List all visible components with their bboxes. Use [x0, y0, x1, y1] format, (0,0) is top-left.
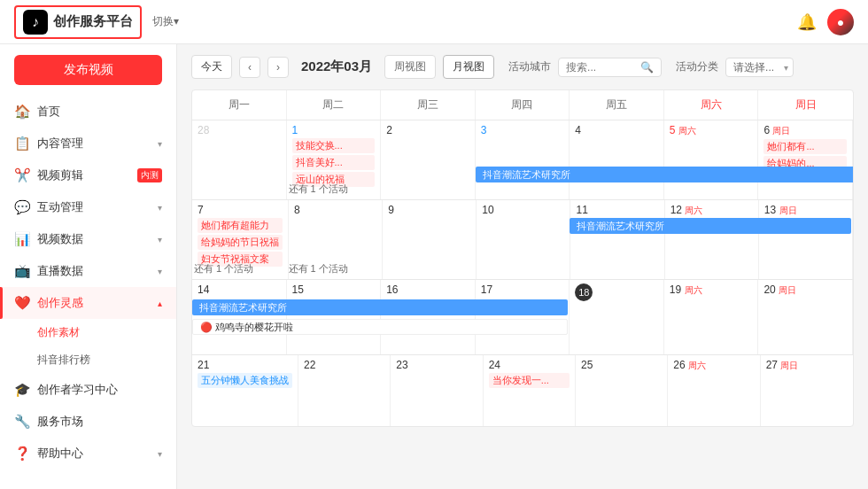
- day-mar21: 21 五分钟懒人美食挑战: [192, 355, 298, 426]
- badge: 内测: [137, 168, 162, 182]
- month-view-button[interactable]: 月视图: [443, 55, 494, 79]
- weekday-sun: 周日: [758, 90, 853, 120]
- calendar-event[interactable]: 给妈妈的节日祝福: [198, 235, 283, 250]
- sidebar-item-market[interactable]: 🔧 服务市场: [0, 406, 176, 438]
- city-search-input[interactable]: [566, 61, 637, 74]
- main-layout: 发布视频 🏠 首页 📋 内容管理 ▾ ✂️ 视频剪辑 内测 💬 互动管理 ▾ 📊…: [0, 44, 868, 489]
- day-number: 10: [482, 204, 564, 216]
- sidebar-item-live-data[interactable]: 📺 直播数据 ▾: [0, 255, 176, 287]
- calendar-event[interactable]: 她们都有...: [763, 139, 847, 154]
- notification-bell-icon[interactable]: 🔔: [797, 12, 817, 32]
- calendar-header-row: 周一 周二 周三 周四 周五 周六 周日: [192, 90, 853, 120]
- calendar-week-1: 28 1 技能交换... 抖音美好... 远山的祝福 2 3 4: [192, 120, 853, 200]
- day-number: 28: [198, 124, 281, 136]
- sidebar-item-home[interactable]: 🏠 首页: [0, 96, 176, 128]
- span-event-week2[interactable]: 抖音潮流艺术研究所: [570, 218, 851, 234]
- day-number: 15: [292, 283, 376, 296]
- arrow-icon: ▾: [158, 267, 162, 276]
- calendar-content: 今天 ‹ › 2022年03月 周视图 月视图 活动城市 🔍 活动分类 请选择.…: [177, 44, 868, 489]
- day-number: 17: [481, 283, 564, 296]
- calendar-event[interactable]: 抖音美好...: [292, 155, 376, 170]
- sidebar-item-label: 创作者学习中心: [37, 382, 162, 398]
- day-mar20: 20 周日: [758, 280, 853, 354]
- active-indicator: [0, 287, 3, 319]
- day-number: 19 周六: [670, 283, 753, 297]
- arrow-icon: ▾: [158, 235, 162, 244]
- day-number: 7: [198, 204, 283, 216]
- weekday-mon: 周一: [192, 90, 287, 120]
- arrow-icon: ▾: [158, 203, 162, 213]
- calendar-toolbar: 今天 ‹ › 2022年03月 周视图 月视图 活动城市 🔍 活动分类 请选择.…: [191, 55, 854, 79]
- sidebar-sub-item-rank[interactable]: 抖音排行榜: [37, 346, 176, 374]
- sidebar-item-label: 服务市场: [37, 414, 162, 430]
- graduation-icon: 🎓: [14, 382, 30, 398]
- sidebar-item-creative[interactable]: ❤️ 创作灵感 ▴: [0, 287, 176, 319]
- arrow-icon: ▾: [158, 449, 162, 459]
- prev-month-button[interactable]: ‹: [239, 57, 260, 78]
- calendar-week-4: 21 五分钟懒人美食挑战 22 23 24 当你发现一... 25 26 周六: [192, 355, 853, 426]
- day-mar9: 9: [383, 200, 477, 279]
- tiktok-logo: ♪: [23, 10, 48, 35]
- sidebar-item-label: 内容管理: [37, 136, 151, 151]
- content-icon: 📋: [14, 136, 30, 151]
- sidebar-item-help[interactable]: ❓ 帮助中心 ▾: [0, 438, 176, 470]
- sidebar-item-learn[interactable]: 🎓 创作者学习中心: [0, 374, 176, 406]
- weekday-fri: 周五: [570, 90, 664, 120]
- day-mar26: 26 周六: [668, 355, 760, 426]
- day-mar14: 14: [192, 280, 287, 354]
- help-icon: ❓: [14, 446, 30, 462]
- day-number: 20 周日: [763, 283, 847, 297]
- calendar-event[interactable]: 五分钟懒人美食挑战: [198, 373, 292, 388]
- day-number: 22: [304, 359, 384, 371]
- day-feb28: 28: [192, 120, 287, 199]
- day-number: 25: [581, 359, 662, 371]
- sidebar-item-label: 视频剪辑: [37, 167, 130, 183]
- calendar-event[interactable]: 当你发现一...: [489, 373, 570, 388]
- span-event-week1[interactable]: 抖音潮流艺术研究所: [476, 167, 854, 182]
- today-button[interactable]: 今天: [191, 55, 232, 79]
- day-number: 14: [198, 283, 281, 296]
- logo-text: 创作服务平台: [53, 13, 133, 30]
- day-mar16: 16: [381, 280, 476, 354]
- sidebar-item-label: 互动管理: [37, 199, 151, 215]
- sidebar-item-video-data[interactable]: 📊 视频数据 ▾: [0, 223, 176, 255]
- day-mar6: 6 周日 她们都有... 给妈妈的...: [758, 120, 853, 199]
- more-week2-1[interactable]: 还有 1 个活动: [194, 262, 253, 276]
- calendar-event[interactable]: 她们都有超能力: [198, 218, 283, 233]
- calendar-event[interactable]: 技能交换...: [292, 138, 376, 153]
- avatar[interactable]: ●: [827, 9, 854, 35]
- day-mar19: 19 周六: [664, 280, 759, 354]
- day-number: 8: [294, 204, 376, 216]
- home-icon: 🏠: [14, 104, 30, 120]
- sidebar-item-interact[interactable]: 💬 互动管理 ▾: [0, 191, 176, 223]
- day-mar22: 22: [298, 355, 391, 426]
- day-mar18: 18: [570, 280, 664, 354]
- week-view-button[interactable]: 周视图: [384, 55, 436, 79]
- day-mar13: 13 周日 🔴 鸡鸣寺...: [759, 200, 853, 279]
- more-week2-2[interactable]: 还有 1 个活动: [289, 262, 348, 276]
- weekday-wed: 周三: [381, 90, 476, 120]
- sidebar-item-video-edit[interactable]: ✂️ 视频剪辑 内测: [0, 159, 176, 191]
- day-mar15: 15: [287, 280, 382, 354]
- heart-icon: ❤️: [14, 295, 30, 311]
- day-number: 12 周六: [670, 204, 753, 217]
- sidebar-item-label: 帮助中心: [37, 446, 151, 462]
- arrow-icon: ▾: [158, 139, 162, 149]
- calendar-week-2: 7 她们都有超能力 给妈妈的节日祝福 妇女节祝福文案 8 9 10 11: [192, 200, 853, 280]
- switch-button[interactable]: 切换▾: [152, 14, 179, 29]
- sidebar-item-content[interactable]: 📋 内容管理 ▾: [0, 128, 176, 159]
- next-month-button[interactable]: ›: [267, 57, 289, 78]
- publish-video-button[interactable]: 发布视频: [14, 55, 162, 85]
- tools-icon: 🔧: [14, 414, 30, 430]
- chat-icon: 💬: [14, 199, 30, 215]
- day-mar3: 3: [476, 120, 570, 199]
- day-number: 18: [575, 283, 593, 301]
- sidebar-sub-item-material[interactable]: 创作素材: [37, 319, 176, 346]
- span-event-week3-1[interactable]: 抖音潮流艺术研究所: [192, 299, 568, 315]
- day-mar25: 25: [576, 355, 668, 426]
- category-filter-select[interactable]: 请选择...: [725, 58, 794, 77]
- more-week1[interactable]: 还有 1 个活动: [289, 182, 348, 196]
- day-mar24: 24 当你发现一...: [484, 355, 576, 426]
- day-mar12: 12 周六: [665, 200, 759, 279]
- span-event-week3-2[interactable]: 🔴 鸡鸣寺的樱花开啦: [192, 319, 568, 335]
